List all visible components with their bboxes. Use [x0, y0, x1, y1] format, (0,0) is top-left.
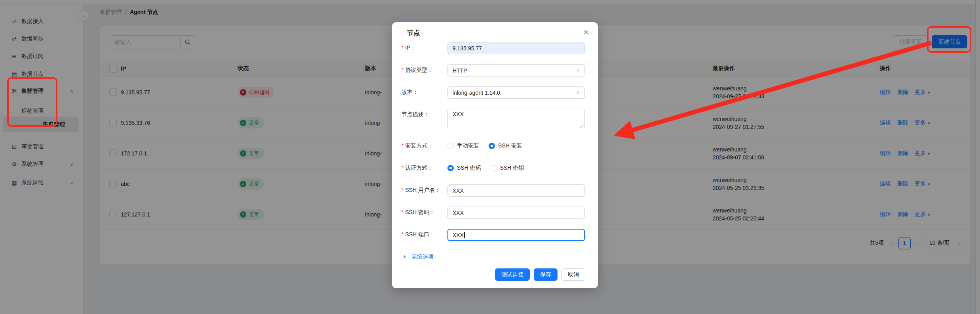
version-value: inlong-agent 1.14.0: [453, 90, 500, 96]
radio-label: SSH 密码: [457, 165, 481, 172]
radio-on-icon: [447, 165, 454, 171]
radio-manual-install[interactable]: 手动安装: [447, 142, 479, 149]
text-caret: [464, 232, 465, 238]
ssh-port-value: XXX: [453, 232, 464, 238]
save-button[interactable]: 保存: [534, 268, 558, 281]
form-row-version: 版本： inlong-agent 1.14.0∨: [392, 86, 598, 99]
advanced-options-label: 高级选项: [411, 253, 434, 260]
screen: ⇌数据接入 ⇄数据同步 ⊞数据订阅 ▤数据节点 ⌘集群管理∧ 标签管理 集群管理…: [0, 0, 980, 314]
chevron-down-icon: ∨: [577, 68, 580, 73]
ssh-password-input[interactable]: XXX: [447, 207, 585, 219]
protocol-label: 协议类型：: [402, 67, 433, 74]
annotation-rect-create-node: [927, 26, 971, 53]
description-value: XXX: [453, 111, 464, 117]
ssh-port-input[interactable]: XXX: [447, 229, 585, 241]
chevron-down-icon: ∨: [577, 90, 580, 95]
form-row-ssh-port: SSH 端口： XXX: [392, 229, 598, 241]
description-textarea[interactable]: XXX: [447, 109, 585, 129]
modal-footer: 测试连接 保存 取消: [392, 268, 598, 281]
install-label: 安装方式：: [402, 142, 433, 149]
form-row-ssh-user: SSH 用户名： XXX: [392, 184, 598, 197]
ssh-user-value: XXX: [453, 188, 464, 194]
form-row-ip: IP： 9.135.95.77: [392, 42, 598, 54]
ssh-port-label: SSH 端口：: [402, 231, 435, 238]
ssh-user-label: SSH 用户名：: [402, 187, 440, 194]
annotation-rect-sidebar-cluster: [7, 77, 57, 127]
radio-ssh-key[interactable]: SSH 密钥: [491, 165, 524, 172]
auth-label: 认证方式：: [402, 165, 433, 172]
description-label: 节点描述：: [402, 111, 429, 118]
modal-title: 节点: [407, 29, 420, 37]
resize-grip-icon[interactable]: [580, 124, 583, 128]
radio-ssh-password[interactable]: SSH 密码: [447, 165, 481, 172]
radio-label: SSH 密钥: [500, 165, 524, 172]
test-connection-button[interactable]: 测试连接: [495, 268, 530, 281]
ip-value: 9.135.95.77: [453, 45, 482, 52]
form-row-auth: 认证方式： SSH 密码 SSH 密钥: [392, 164, 598, 172]
ip-input[interactable]: 9.135.95.77: [447, 42, 585, 54]
radio-on-icon: [489, 143, 495, 149]
form-row-protocol: 协议类型： HTTP∨: [392, 64, 598, 77]
radio-off-icon: [491, 165, 497, 171]
cancel-button[interactable]: 取消: [561, 268, 585, 281]
node-modal: 节点 ✕ IP： 9.135.95.77 协议类型： HTTP∨ 版本： inl…: [392, 22, 598, 288]
version-select[interactable]: inlong-agent 1.14.0∨: [447, 86, 585, 99]
ssh-password-value: XXX: [453, 210, 464, 216]
plus-icon: ＋: [402, 253, 407, 260]
form-row-ssh-password: SSH 密码： XXX: [392, 207, 598, 219]
close-icon[interactable]: ✕: [581, 28, 591, 37]
radio-ssh-install[interactable]: SSH 安装: [489, 142, 522, 149]
ssh-user-input[interactable]: XXX: [447, 184, 585, 197]
version-label: 版本：: [402, 89, 418, 96]
advanced-options-link[interactable]: ＋ 高级选项: [402, 253, 434, 260]
radio-off-icon: [447, 143, 454, 149]
radio-label: 手动安装: [457, 142, 479, 149]
form-row-install: 安装方式： 手动安装 SSH 安装: [392, 142, 598, 150]
protocol-select[interactable]: HTTP∨: [447, 64, 585, 77]
form-row-description: 节点描述： XXX: [392, 109, 598, 129]
radio-label: SSH 安装: [498, 142, 522, 149]
protocol-value: HTTP: [453, 67, 467, 74]
ssh-password-label: SSH 密码：: [402, 209, 435, 216]
ip-label: IP：: [402, 44, 416, 52]
